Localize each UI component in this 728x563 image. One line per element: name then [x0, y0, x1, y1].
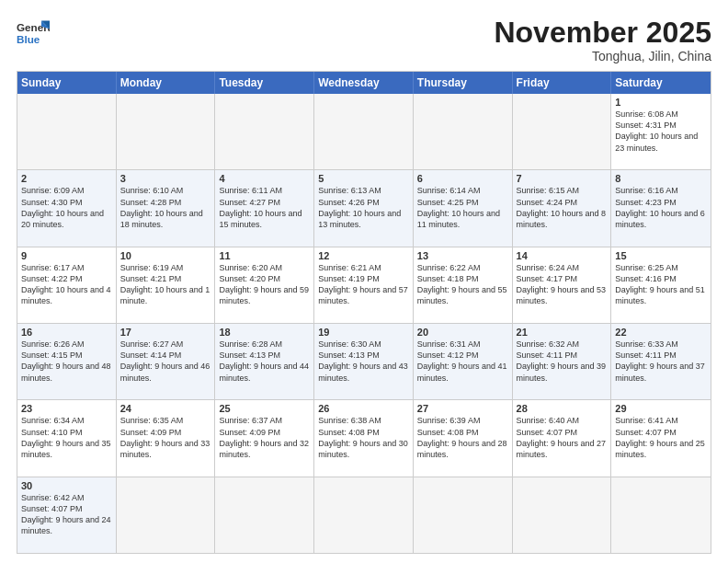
day-cell — [513, 94, 612, 169]
day-header-thursday: Thursday — [414, 72, 513, 94]
day-number: 11 — [219, 250, 310, 261]
day-info: Sunrise: 6:33 AM Sunset: 4:11 PM Dayligh… — [615, 339, 707, 384]
day-cell: 7Sunrise: 6:15 AM Sunset: 4:24 PM Daylig… — [513, 170, 612, 246]
day-header-friday: Friday — [513, 72, 612, 94]
day-cell — [117, 477, 216, 553]
day-cell: 18Sunrise: 6:28 AM Sunset: 4:13 PM Dayli… — [215, 324, 314, 399]
day-info: Sunrise: 6:14 AM Sunset: 4:25 PM Dayligh… — [417, 185, 508, 230]
day-cell: 27Sunrise: 6:39 AM Sunset: 4:08 PM Dayli… — [414, 400, 513, 476]
day-cell — [215, 477, 314, 553]
day-number: 3 — [120, 173, 211, 184]
day-info: Sunrise: 6:21 AM Sunset: 4:19 PM Dayligh… — [318, 262, 409, 307]
day-cell: 10Sunrise: 6:19 AM Sunset: 4:21 PM Dayli… — [117, 247, 216, 323]
day-number: 30 — [21, 480, 112, 491]
week-row: 9Sunrise: 6:17 AM Sunset: 4:22 PM Daylig… — [17, 247, 711, 323]
day-number: 20 — [417, 327, 508, 338]
day-cell — [513, 477, 612, 553]
week-row: 1Sunrise: 6:08 AM Sunset: 4:31 PM Daylig… — [17, 94, 711, 169]
title-block: November 2025 Tonghua, Jilin, China — [494, 17, 711, 63]
day-cell: 17Sunrise: 6:27 AM Sunset: 4:14 PM Dayli… — [117, 324, 216, 399]
day-cell: 28Sunrise: 6:40 AM Sunset: 4:07 PM Dayli… — [513, 400, 612, 476]
day-info: Sunrise: 6:31 AM Sunset: 4:12 PM Dayligh… — [417, 339, 508, 384]
day-number: 2 — [21, 173, 112, 184]
day-cell: 8Sunrise: 6:16 AM Sunset: 4:23 PM Daylig… — [611, 170, 711, 246]
day-cell — [215, 94, 314, 169]
day-info: Sunrise: 6:19 AM Sunset: 4:21 PM Dayligh… — [120, 262, 211, 307]
week-row: 23Sunrise: 6:34 AM Sunset: 4:10 PM Dayli… — [17, 399, 711, 476]
day-number: 19 — [318, 327, 409, 338]
generalblue-icon: General Blue — [17, 17, 50, 50]
day-cell: 5Sunrise: 6:13 AM Sunset: 4:26 PM Daylig… — [314, 170, 414, 246]
svg-text:Blue: Blue — [17, 33, 40, 45]
day-info: Sunrise: 6:17 AM Sunset: 4:22 PM Dayligh… — [21, 262, 112, 307]
day-info: Sunrise: 6:24 AM Sunset: 4:17 PM Dayligh… — [517, 262, 608, 307]
day-info: Sunrise: 6:08 AM Sunset: 4:31 PM Dayligh… — [615, 109, 707, 154]
calendar: SundayMondayTuesdayWednesdayThursdayFrid… — [17, 71, 711, 554]
location: Tonghua, Jilin, China — [494, 49, 711, 63]
day-info: Sunrise: 6:41 AM Sunset: 4:07 PM Dayligh… — [615, 415, 707, 460]
day-number: 18 — [219, 327, 310, 338]
day-cell: 6Sunrise: 6:14 AM Sunset: 4:25 PM Daylig… — [414, 170, 513, 246]
day-cell: 13Sunrise: 6:22 AM Sunset: 4:18 PM Dayli… — [414, 247, 513, 323]
day-number: 5 — [318, 173, 409, 184]
day-number: 8 — [615, 173, 707, 184]
day-cell: 25Sunrise: 6:37 AM Sunset: 4:09 PM Dayli… — [215, 400, 314, 476]
day-cell: 3Sunrise: 6:10 AM Sunset: 4:28 PM Daylig… — [117, 170, 216, 246]
day-cell: 11Sunrise: 6:20 AM Sunset: 4:20 PM Dayli… — [215, 247, 314, 323]
day-number: 10 — [120, 250, 211, 261]
day-number: 1 — [615, 97, 707, 108]
day-cell: 9Sunrise: 6:17 AM Sunset: 4:22 PM Daylig… — [17, 247, 117, 323]
day-cell: 1Sunrise: 6:08 AM Sunset: 4:31 PM Daylig… — [611, 94, 711, 169]
day-info: Sunrise: 6:11 AM Sunset: 4:27 PM Dayligh… — [219, 185, 310, 230]
day-info: Sunrise: 6:30 AM Sunset: 4:13 PM Dayligh… — [318, 339, 409, 384]
week-row: 16Sunrise: 6:26 AM Sunset: 4:15 PM Dayli… — [17, 323, 711, 399]
day-number: 16 — [21, 327, 112, 338]
day-info: Sunrise: 6:38 AM Sunset: 4:08 PM Dayligh… — [318, 415, 409, 460]
day-info: Sunrise: 6:10 AM Sunset: 4:28 PM Dayligh… — [120, 185, 211, 230]
day-cell — [117, 94, 216, 169]
day-info: Sunrise: 6:25 AM Sunset: 4:16 PM Dayligh… — [615, 262, 707, 307]
day-number: 15 — [615, 250, 707, 261]
day-cell: 22Sunrise: 6:33 AM Sunset: 4:11 PM Dayli… — [611, 324, 711, 399]
day-headers: SundayMondayTuesdayWednesdayThursdayFrid… — [17, 72, 711, 94]
day-number: 12 — [318, 250, 409, 261]
month-title: November 2025 — [494, 17, 711, 49]
day-cell: 16Sunrise: 6:26 AM Sunset: 4:15 PM Dayli… — [17, 324, 117, 399]
day-number: 7 — [517, 173, 608, 184]
day-info: Sunrise: 6:22 AM Sunset: 4:18 PM Dayligh… — [417, 262, 508, 307]
week-row: 30Sunrise: 6:42 AM Sunset: 4:07 PM Dayli… — [17, 477, 711, 553]
day-info: Sunrise: 6:35 AM Sunset: 4:09 PM Dayligh… — [120, 415, 211, 460]
day-info: Sunrise: 6:37 AM Sunset: 4:09 PM Dayligh… — [219, 415, 310, 460]
day-number: 22 — [615, 327, 707, 338]
day-number: 23 — [21, 403, 112, 414]
day-cell: 12Sunrise: 6:21 AM Sunset: 4:19 PM Dayli… — [314, 247, 414, 323]
week-row: 2Sunrise: 6:09 AM Sunset: 4:30 PM Daylig… — [17, 169, 711, 246]
day-info: Sunrise: 6:26 AM Sunset: 4:15 PM Dayligh… — [21, 339, 112, 384]
day-cell — [611, 477, 711, 553]
day-number: 21 — [517, 327, 608, 338]
day-cell: 14Sunrise: 6:24 AM Sunset: 4:17 PM Dayli… — [513, 247, 612, 323]
page: General Blue November 2025 Tonghua, Jili… — [0, 0, 728, 563]
logo: General Blue — [17, 17, 51, 50]
day-number: 24 — [120, 403, 211, 414]
day-info: Sunrise: 6:09 AM Sunset: 4:30 PM Dayligh… — [21, 185, 112, 230]
day-info: Sunrise: 6:15 AM Sunset: 4:24 PM Dayligh… — [517, 185, 608, 230]
day-header-sunday: Sunday — [17, 72, 117, 94]
header: General Blue November 2025 Tonghua, Jili… — [17, 17, 711, 63]
day-number: 4 — [219, 173, 310, 184]
day-header-monday: Monday — [117, 72, 216, 94]
day-cell: 20Sunrise: 6:31 AM Sunset: 4:12 PM Dayli… — [414, 324, 513, 399]
day-number: 9 — [21, 250, 112, 261]
day-info: Sunrise: 6:13 AM Sunset: 4:26 PM Dayligh… — [318, 185, 409, 230]
day-number: 29 — [615, 403, 707, 414]
day-cell — [414, 477, 513, 553]
day-number: 13 — [417, 250, 508, 261]
day-cell: 4Sunrise: 6:11 AM Sunset: 4:27 PM Daylig… — [215, 170, 314, 246]
day-number: 27 — [417, 403, 508, 414]
day-cell — [314, 94, 414, 169]
day-cell: 26Sunrise: 6:38 AM Sunset: 4:08 PM Dayli… — [314, 400, 414, 476]
day-info: Sunrise: 6:42 AM Sunset: 4:07 PM Dayligh… — [21, 492, 112, 537]
day-number: 6 — [417, 173, 508, 184]
day-number: 17 — [120, 327, 211, 338]
day-header-wednesday: Wednesday — [314, 72, 414, 94]
